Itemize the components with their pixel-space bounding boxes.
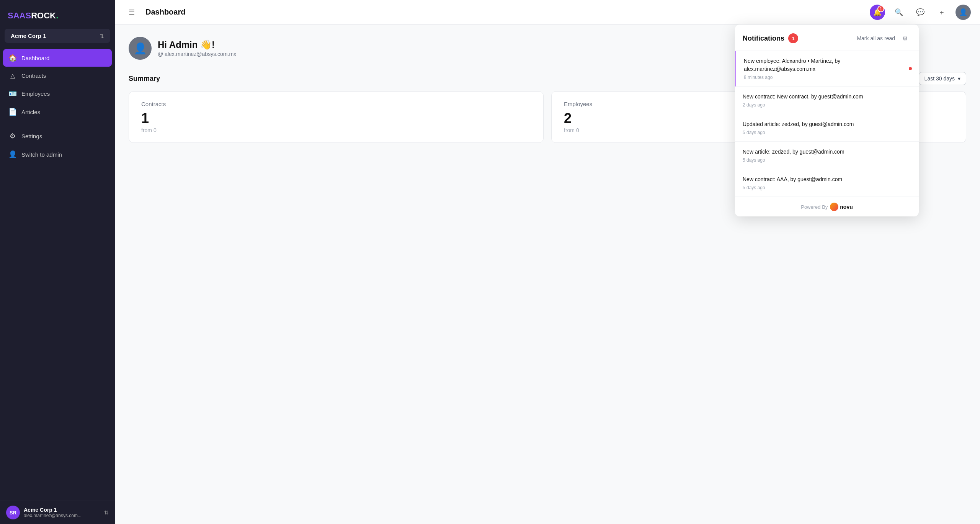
logo-bold: SAAS (8, 11, 31, 20)
notification-time: 5 days ago (743, 185, 911, 190)
chat-icon: 💬 (916, 8, 924, 16)
contracts-card-value: 1 (141, 110, 531, 126)
powered-by-label: Powered By (801, 204, 828, 210)
notifications-header: Notifications 1 Mark all as read ⚙ (735, 25, 919, 51)
avatar-image: 👤 (959, 8, 967, 16)
footer-user-email: alex.martinez@absys.com... (24, 513, 82, 518)
filter-dropdown[interactable]: Last 30 days ▾ (919, 72, 966, 85)
sidebar-item-label: Settings (21, 133, 42, 139)
notification-item[interactable]: New employee: Alexandro • Martínez, by a… (735, 51, 919, 87)
notification-time: 5 days ago (743, 130, 911, 135)
sidebar-item-label: Articles (21, 109, 40, 115)
sidebar: SAASROCK. Acme Corp 1 ⇅ 🏠 Dashboard △ Co… (0, 0, 115, 524)
contracts-icon: △ (8, 72, 17, 79)
page-title: Dashboard (145, 8, 185, 16)
plus-icon: ＋ (938, 8, 945, 17)
notification-text: New contract: New contract, by guest@adm… (743, 93, 911, 101)
contracts-card: Contracts 1 from 0 (129, 91, 544, 143)
app-logo: SAASROCK. (0, 0, 115, 29)
logo-light: ROCK (31, 11, 56, 20)
notifications-footer: Powered By novu (735, 197, 919, 216)
footer-user: SR Acme Corp 1 alex.martinez@absys.com..… (6, 506, 82, 519)
greeting-text: Hi Admin 👋! (158, 39, 236, 50)
menu-toggle-button[interactable]: ☰ (124, 5, 139, 20)
notification-text: New article: zedzed, by guest@admin.com (743, 148, 911, 156)
search-button[interactable]: 🔍 (891, 5, 906, 20)
chat-button[interactable]: 💬 (913, 5, 928, 20)
sidebar-item-label: Contracts (21, 72, 46, 79)
unread-dot (909, 67, 912, 70)
novu-icon (830, 203, 838, 211)
notifications-list: New employee: Alexandro • Martínez, by a… (735, 51, 919, 197)
notification-bell-wrapper: 🔔 1 (870, 5, 885, 20)
notif-header-left: Notifications 1 (743, 33, 798, 43)
notification-badge: 1 (877, 5, 884, 12)
footer-chevron-icon: ⇅ (104, 509, 109, 516)
avatar-photo: 👤 (134, 42, 147, 55)
contracts-card-label: Contracts (141, 101, 531, 107)
sidebar-item-settings[interactable]: ⚙ Settings (3, 127, 112, 145)
notification-item[interactable]: New contract: AAA, by guest@admin.com 5 … (735, 169, 919, 197)
notifications-title: Notifications (743, 34, 784, 43)
notification-text: Updated article: zedzed, by guest@admin.… (743, 120, 911, 128)
notification-time: 5 days ago (743, 157, 911, 163)
header-right: 🔔 1 🔍 💬 ＋ 👤 (870, 5, 971, 20)
hamburger-icon: ☰ (129, 8, 135, 16)
footer-user-info: Acme Corp 1 alex.martinez@absys.com... (24, 507, 82, 518)
mark-all-read-button[interactable]: Mark all as read (857, 35, 895, 41)
sidebar-footer: SR Acme Corp 1 alex.martinez@absys.com..… (0, 501, 115, 524)
notification-item[interactable]: Updated article: zedzed, by guest@admin.… (735, 114, 919, 142)
nav-divider (8, 124, 107, 124)
welcome-text: Hi Admin 👋! alex.martinez@absys.com.mx (158, 39, 236, 57)
filter-label: Last 30 days (924, 75, 955, 82)
notification-time: 8 minutes ago (744, 75, 911, 80)
switch-admin-icon: 👤 (8, 150, 17, 159)
employees-icon: 🪪 (8, 89, 17, 98)
sidebar-item-label: Employees (21, 90, 50, 97)
logo-dot: . (56, 9, 59, 21)
footer-user-name: Acme Corp 1 (24, 507, 82, 513)
footer-avatar: SR (6, 506, 20, 519)
home-icon: 🏠 (8, 54, 17, 62)
notification-time: 2 days ago (743, 102, 911, 108)
add-button[interactable]: ＋ (934, 5, 949, 20)
notification-text: New contract: AAA, by guest@admin.com (743, 175, 911, 183)
sidebar-item-employees[interactable]: 🪪 Employees (3, 85, 112, 102)
chevron-down-icon: ▾ (958, 75, 960, 82)
notifications-panel: Notifications 1 Mark all as read ⚙ New e… (735, 25, 919, 216)
sidebar-item-switch-admin[interactable]: 👤 Switch to admin (3, 146, 112, 163)
welcome-email: alex.martinez@absys.com.mx (158, 51, 236, 57)
articles-icon: 📄 (8, 108, 17, 116)
sidebar-nav: 🏠 Dashboard △ Contracts 🪪 Employees 📄 Ar… (0, 47, 115, 501)
novu-logo: novu (830, 203, 853, 211)
notifications-settings-button[interactable]: ⚙ (899, 32, 911, 44)
tenant-switcher[interactable]: Acme Corp 1 ⇅ (5, 29, 110, 43)
sidebar-item-label: Dashboard (21, 55, 49, 61)
notification-item[interactable]: New article: zedzed, by guest@admin.com … (735, 142, 919, 169)
sidebar-item-contracts[interactable]: △ Contracts (3, 67, 112, 84)
settings-icon: ⚙ (8, 132, 17, 140)
chevron-up-down-icon: ⇅ (100, 33, 104, 39)
header-left: ☰ Dashboard (124, 5, 185, 20)
gear-icon: ⚙ (902, 35, 908, 42)
welcome-avatar: 👤 (129, 37, 152, 60)
sidebar-item-label: Switch to admin (21, 151, 62, 158)
notif-header-right: Mark all as read ⚙ (857, 32, 911, 44)
novu-brand-name: novu (840, 204, 853, 210)
user-avatar[interactable]: 👤 (956, 5, 971, 20)
notification-text: New employee: Alexandro • Martínez, by a… (744, 57, 911, 73)
summary-title: Summary (129, 75, 160, 83)
header: ☰ Dashboard 🔔 1 🔍 💬 ＋ 👤 (115, 0, 980, 25)
search-icon: 🔍 (895, 8, 903, 16)
sidebar-item-articles[interactable]: 📄 Articles (3, 103, 112, 121)
tenant-name: Acme Corp 1 (11, 33, 46, 39)
notification-item[interactable]: New contract: New contract, by guest@adm… (735, 87, 919, 114)
sidebar-item-dashboard[interactable]: 🏠 Dashboard (3, 49, 112, 67)
notifications-count-badge: 1 (788, 33, 798, 43)
contracts-card-sub: from 0 (141, 127, 531, 133)
main-content: ☰ Dashboard 🔔 1 🔍 💬 ＋ 👤 (115, 0, 980, 524)
